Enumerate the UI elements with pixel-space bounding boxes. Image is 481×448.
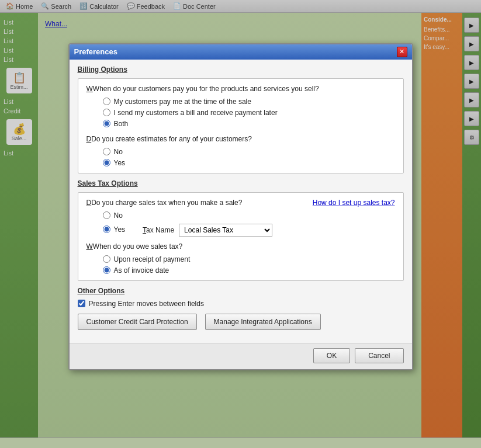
owe-option-1[interactable]: As of invoice date	[103, 266, 395, 275]
dialog-body: Billing Options WWhen do your customers …	[70, 60, 412, 343]
billing-question: WWhen do your customers pay you for the …	[86, 85, 395, 93]
sales-tax-help-link[interactable]: How do I set up sales tax?	[313, 199, 395, 207]
sales-tax-radio-1[interactable]	[103, 225, 110, 233]
sales-tax-radio-0[interactable]	[103, 211, 110, 219]
owe-question: WWhen do you owe sales tax?	[86, 242, 395, 251]
owe-radio-0[interactable]	[103, 255, 110, 263]
estimates-option-0[interactable]: No	[103, 148, 395, 156]
billing-option-1[interactable]: I send my customers a bill and receive p…	[103, 109, 395, 117]
owe-option-0[interactable]: Upon receipt of payment	[103, 255, 395, 263]
estimates-question: DDo you create estimates for any of your…	[86, 135, 395, 143]
sales-tax-option-1[interactable]: Yes	[103, 225, 126, 234]
cancel-button[interactable]: Cancel	[355, 348, 403, 363]
estimates-option-1[interactable]: Yes	[103, 159, 395, 167]
enter-moves-checkbox-row[interactable]: Pressing Enter moves between fields	[78, 300, 404, 308]
billing-section-box: WWhen do your customers pay you for the …	[78, 78, 404, 173]
manage-integrated-apps-button[interactable]: Manage Integrated Applications	[205, 314, 321, 330]
other-section-label: Other Options	[78, 287, 404, 295]
sales-tax-radio-group: No Yes Tax Name Local Sales Tax State Sa…	[86, 211, 395, 237]
sales-tax-section-box: DDo you charge sales tax when you make a…	[78, 192, 404, 281]
sales-tax-section-label: Sales Tax Options	[78, 179, 404, 187]
owe-radio-1[interactable]	[103, 266, 110, 274]
billing-radio-2[interactable]	[103, 120, 110, 127]
close-button[interactable]: ✕	[397, 47, 407, 57]
ok-button[interactable]: OK	[313, 348, 350, 363]
tax-name-label: Tax Name	[143, 226, 174, 234]
billing-radio-1[interactable]	[103, 109, 110, 116]
dialog-actions: OK Cancel	[70, 343, 412, 369]
billing-radio-group: My customers pay me at the time of the s…	[86, 98, 395, 128]
credit-card-protection-button[interactable]: Customer Credit Card Protection	[78, 314, 197, 330]
enter-moves-checkbox[interactable]	[78, 300, 85, 307]
dialog-title: Preferences	[74, 47, 117, 56]
dialog-titlebar: Preferences ✕	[70, 44, 412, 60]
modal-overlay: Preferences ✕ Billing Options WWhen do y…	[0, 0, 481, 448]
billing-option-0[interactable]: My customers pay me at the time of the s…	[103, 98, 395, 106]
preferences-dialog: Preferences ✕ Billing Options WWhen do y…	[68, 43, 413, 370]
sales-tax-question: DDo you charge sales tax when you make a…	[86, 199, 243, 207]
owe-radio-group: Upon receipt of payment As of invoice da…	[86, 255, 395, 275]
tax-name-select[interactable]: Local Sales Tax State Sales Tax Federal …	[179, 224, 272, 237]
tax-name-row: Tax Name Local Sales Tax State Sales Tax…	[125, 224, 272, 237]
billing-radio-0[interactable]	[103, 98, 110, 105]
estimates-radio-0[interactable]	[103, 148, 110, 155]
estimates-radio-group: No Yes	[86, 148, 395, 167]
billing-section-label: Billing Options	[78, 65, 404, 74]
billing-option-2[interactable]: Both	[103, 120, 395, 128]
sales-tax-option-0[interactable]: No	[103, 211, 395, 220]
other-buttons-group: Customer Credit Card Protection Manage I…	[78, 314, 404, 330]
estimates-radio-1[interactable]	[103, 159, 110, 166]
